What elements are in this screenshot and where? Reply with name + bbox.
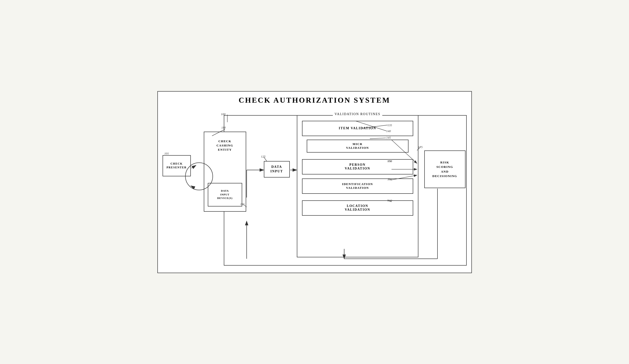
- ref-145: 145: [386, 136, 391, 140]
- ref-100: 100: [221, 112, 226, 116]
- cashing-entity-label: CHECK CASHING ENTITY: [204, 139, 246, 152]
- risk-scoring-box: RISK SCORING AND DECISIONING: [424, 150, 466, 188]
- data-input-box: DATA INPUT: [264, 161, 290, 178]
- ref-155: 155: [388, 178, 392, 181]
- validation-routines-box: VALIDATION ROUTINES ITEM VALIDATION MICR…: [297, 115, 418, 257]
- validation-routines-label: VALIDATION ROUTINES: [333, 112, 382, 116]
- micr-validation-box: MICR VALIDATION: [307, 140, 409, 153]
- check-presenter-box: CHECK PRESENTER: [162, 155, 191, 176]
- main-title: CHECK AUTHORIZATION SYSTEM: [158, 92, 472, 107]
- diagram-area: CHECK PRESENTER $ CHECK CASHING ENTITY D…: [158, 108, 472, 273]
- ref-135: 135: [388, 123, 392, 127]
- data-input-device-box: DATA INPUT DEVICE(S): [208, 183, 242, 207]
- ref-115: 115: [240, 202, 245, 206]
- ref-110: 110: [221, 126, 226, 129]
- ref-150: 150: [388, 159, 392, 163]
- location-validation-box: LOCATION VALIDATION: [302, 200, 413, 216]
- cashing-entity-outer: CHECK CASHING ENTITY DATA INPUT DEVICE(S…: [204, 132, 246, 212]
- person-validation-box: PERSON VALIDATION: [302, 159, 413, 174]
- check-presenter-label: CHECK PRESENTER: [166, 162, 187, 169]
- ref-160: 160: [388, 199, 392, 203]
- id-validation-box: IDENTIFICATION VALIDATION: [302, 178, 413, 194]
- ref-125: 125: [261, 155, 266, 158]
- ref-140: 140: [386, 129, 391, 133]
- svg-line-9: [191, 165, 196, 168]
- svg-line-10: [191, 186, 195, 188]
- diagram-container: CHECK AUTHORIZATION SYSTEM CHECK PRESENT…: [157, 91, 472, 273]
- ref-101: 101: [164, 152, 169, 155]
- item-validation-box: ITEM VALIDATION: [302, 121, 413, 136]
- ref-175: 175: [418, 145, 423, 149]
